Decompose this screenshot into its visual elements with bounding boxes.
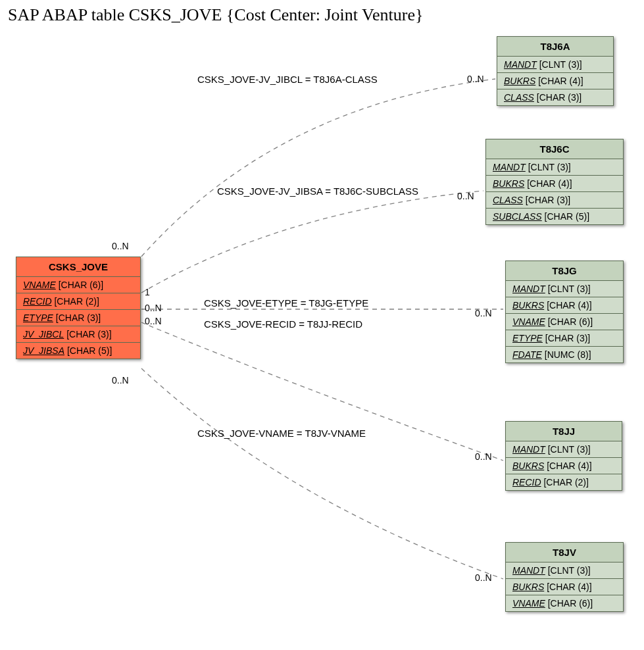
entity-field: RECID [CHAR (2)] bbox=[16, 293, 140, 310]
cardinality-label: 0..N bbox=[145, 316, 162, 326]
relation-label: CSKS_JOVE-VNAME = T8JV-VNAME bbox=[197, 428, 366, 439]
cardinality-label: 1 bbox=[145, 287, 150, 297]
entity-field: BUKRS [CHAR (4)] bbox=[497, 73, 613, 89]
cardinality-label: 0..N bbox=[475, 308, 492, 318]
entity-t8jj: T8JJ MANDT [CLNT (3)] BUKRS [CHAR (4)] R… bbox=[505, 421, 622, 491]
entity-field: VNAME [CHAR (6)] bbox=[16, 277, 140, 293]
entity-field: VNAME [CHAR (6)] bbox=[506, 314, 623, 330]
cardinality-label: 0..N bbox=[112, 241, 129, 251]
relation-label: CSKS_JOVE-JV_JIBCL = T8J6A-CLASS bbox=[197, 74, 378, 85]
cardinality-label: 0..N bbox=[475, 572, 492, 583]
entity-field: MANDT [CLNT (3)] bbox=[506, 281, 623, 297]
relation-label: CSKS_JOVE-RECID = T8JJ-RECID bbox=[204, 318, 362, 330]
relation-label: CSKS_JOVE-JV_JIBSA = T8J6C-SUBCLASS bbox=[217, 186, 418, 197]
entity-header: T8JJ bbox=[506, 422, 622, 441]
entity-field: ETYPE [CHAR (3)] bbox=[16, 310, 140, 326]
entity-header: CSKS_JOVE bbox=[16, 257, 140, 277]
entity-header: T8JV bbox=[506, 543, 623, 562]
entity-t8j6a: T8J6A MANDT [CLNT (3)] BUKRS [CHAR (4)] … bbox=[497, 36, 614, 106]
entity-field: MANDT [CLNT (3)] bbox=[506, 562, 623, 579]
entity-t8j6c: T8J6C MANDT [CLNT (3)] BUKRS [CHAR (4)] … bbox=[485, 139, 624, 225]
cardinality-label: 0..N bbox=[145, 303, 162, 313]
entity-field: JV_JIBSA [CHAR (5)] bbox=[16, 343, 140, 359]
cardinality-label: 0..N bbox=[112, 375, 129, 386]
entity-field: MANDT [CLNT (3)] bbox=[506, 441, 622, 458]
entity-field: CLASS [CHAR (3)] bbox=[497, 89, 613, 105]
entity-field: MANDT [CLNT (3)] bbox=[497, 57, 613, 73]
entity-field: MANDT [CLNT (3)] bbox=[486, 159, 623, 176]
entity-header: T8J6C bbox=[486, 139, 623, 159]
entity-field: BUKRS [CHAR (4)] bbox=[486, 176, 623, 192]
cardinality-label: 0..N bbox=[457, 191, 474, 201]
entity-t8jv: T8JV MANDT [CLNT (3)] BUKRS [CHAR (4)] V… bbox=[505, 542, 624, 612]
entity-t8jg: T8JG MANDT [CLNT (3)] BUKRS [CHAR (4)] V… bbox=[505, 261, 624, 363]
cardinality-label: 0..N bbox=[467, 74, 484, 84]
diagram-canvas: SAP ABAP table CSKS_JOVE {Cost Center: J… bbox=[0, 0, 644, 650]
entity-field: BUKRS [CHAR (4)] bbox=[506, 579, 623, 595]
cardinality-label: 0..N bbox=[475, 451, 492, 462]
page-title: SAP ABAP table CSKS_JOVE {Cost Center: J… bbox=[8, 5, 423, 25]
entity-csks-jove: CSKS_JOVE VNAME [CHAR (6)] RECID [CHAR (… bbox=[16, 257, 141, 359]
relation-label: CSKS_JOVE-ETYPE = T8JG-ETYPE bbox=[204, 297, 368, 309]
entity-field: FDATE [NUMC (8)] bbox=[506, 347, 623, 362]
entity-field: VNAME [CHAR (6)] bbox=[506, 595, 623, 611]
entity-field: RECID [CHAR (2)] bbox=[506, 474, 622, 490]
entity-field: CLASS [CHAR (3)] bbox=[486, 192, 623, 209]
entity-field: JV_JIBCL [CHAR (3)] bbox=[16, 326, 140, 343]
entity-field: BUKRS [CHAR (4)] bbox=[506, 297, 623, 314]
entity-field: BUKRS [CHAR (4)] bbox=[506, 458, 622, 474]
entity-field: SUBCLASS [CHAR (5)] bbox=[486, 209, 623, 224]
entity-header: T8J6A bbox=[497, 37, 613, 57]
entity-field: ETYPE [CHAR (3)] bbox=[506, 330, 623, 347]
entity-header: T8JG bbox=[506, 261, 623, 281]
